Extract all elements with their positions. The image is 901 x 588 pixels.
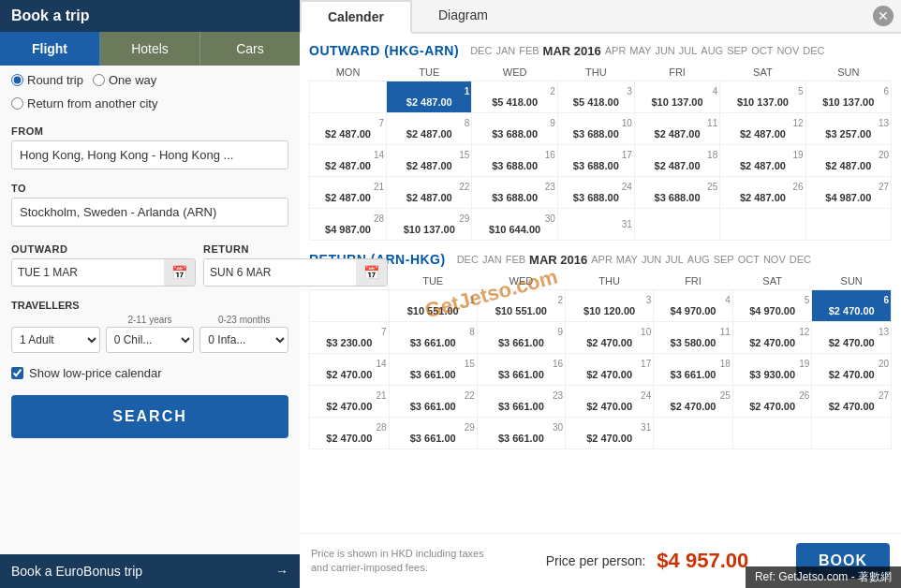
table-row[interactable]: 6$10 137.00 (805, 81, 891, 113)
table-row[interactable]: 26$2 470.00 (732, 386, 812, 418)
table-row[interactable]: 29$10 137.00 (387, 209, 472, 241)
nav-dec2-outward[interactable]: DEC (803, 45, 824, 56)
to-input[interactable] (11, 198, 288, 227)
table-row[interactable]: 30$10 644.00 (472, 209, 557, 241)
nav-dec1-return[interactable]: DEC (457, 254, 479, 265)
table-row[interactable]: 2$5 418.00 (472, 81, 557, 113)
table-row[interactable]: 21$2 470.00 (310, 386, 390, 418)
table-row[interactable]: 17$2 470.00 (566, 354, 654, 386)
table-row[interactable]: 21$2 487.00 (310, 177, 387, 209)
table-row[interactable]: 14$2 487.00 (310, 145, 387, 177)
table-row[interactable]: 4$4 970.00 (654, 290, 733, 322)
nav-may-return[interactable]: MAY (616, 254, 638, 265)
nav-apr-return[interactable]: APR (591, 254, 613, 265)
table-row[interactable]: 13$2 470.00 (812, 322, 892, 354)
table-row[interactable]: 8$2 487.00 (387, 113, 472, 145)
tab-hotels[interactable]: Hotels (100, 32, 200, 66)
table-row[interactable]: 3$5 418.00 (557, 81, 634, 113)
table-row[interactable]: 10$3 688.00 (557, 113, 634, 145)
table-row[interactable]: 12$2 470.00 (732, 322, 812, 354)
nav-dec2-return[interactable]: DEC (790, 254, 811, 265)
table-row[interactable]: 6$2 470.00 (812, 290, 892, 322)
nav-nov-outward[interactable]: NOV (776, 45, 799, 56)
round-trip-option[interactable]: Round trip (11, 73, 83, 87)
table-row[interactable]: 9$3 661.00 (477, 322, 565, 354)
nav-may-outward[interactable]: MAY (629, 45, 651, 56)
table-row[interactable]: 17$3 688.00 (557, 145, 634, 177)
nav-sep-return[interactable]: SEP (714, 254, 734, 265)
table-row[interactable]: 16$3 688.00 (472, 145, 557, 177)
outward-calendar-icon[interactable]: 📅 (164, 259, 195, 286)
search-button[interactable]: SEARCH (11, 395, 288, 438)
table-row[interactable]: 23$3 688.00 (472, 177, 557, 209)
tab-diagram[interactable]: Diagram (412, 0, 514, 34)
nav-oct-outward[interactable]: OCT (751, 45, 773, 56)
table-row[interactable]: 11$3 580.00 (654, 322, 733, 354)
table-row[interactable]: 15$2 487.00 (387, 145, 472, 177)
nav-jan-return[interactable]: JAN (482, 254, 502, 265)
table-row[interactable]: 30$3 661.00 (477, 418, 565, 449)
nav-oct-return[interactable]: OCT (738, 254, 760, 265)
table-row[interactable]: 1$10 551.00 (389, 290, 477, 322)
table-row[interactable]: 15$3 661.00 (389, 354, 477, 386)
outward-date-input[interactable] (12, 259, 164, 286)
table-row[interactable]: 29$3 661.00 (389, 418, 477, 449)
table-row[interactable]: 16$3 661.00 (477, 354, 565, 386)
table-row[interactable]: 26$2 487.00 (720, 177, 805, 209)
table-row[interactable]: 7$3 230.00 (310, 322, 390, 354)
table-row[interactable]: 12$2 487.00 (720, 113, 805, 145)
one-way-option[interactable]: One way (93, 73, 156, 87)
table-row[interactable]: 25$3 688.00 (634, 177, 719, 209)
table-row[interactable]: 14$2 470.00 (310, 354, 390, 386)
nav-jul-return[interactable]: JUL (665, 254, 684, 265)
tab-calendar[interactable]: Calender (300, 0, 412, 34)
table-row[interactable]: 31$2 470.00 (566, 418, 654, 449)
nav-aug-return[interactable]: AUG (687, 254, 710, 265)
table-row[interactable]: 24$3 688.00 (557, 177, 634, 209)
nav-jun-outward[interactable]: JUN (655, 45, 674, 56)
table-row[interactable]: 5$10 137.00 (720, 81, 805, 113)
nav-apr-outward[interactable]: APR (605, 45, 627, 56)
table-row[interactable]: 4$10 137.00 (634, 81, 719, 113)
infants-select[interactable]: 0 Infa... 1 Infant (199, 327, 288, 353)
table-row[interactable]: 27$2 470.00 (812, 386, 892, 418)
table-row[interactable]: 3$10 120.00 (566, 290, 654, 322)
table-row[interactable]: 25$2 470.00 (654, 386, 733, 418)
eurobonus-bar[interactable]: Book a EuroBonus trip → (0, 554, 300, 588)
nav-jun-return[interactable]: JUN (642, 254, 661, 265)
nav-aug-outward[interactable]: AUG (701, 45, 723, 56)
table-row[interactable]: 19$3 930.00 (732, 354, 812, 386)
table-row[interactable]: 24$2 470.00 (566, 386, 654, 418)
low-price-checkbox[interactable] (11, 367, 23, 379)
table-row[interactable]: 10$2 470.00 (566, 322, 654, 354)
table-row[interactable]: 28$2 470.00 (310, 418, 390, 449)
table-row[interactable]: 20$2 470.00 (812, 354, 892, 386)
table-row[interactable]: 27$4 987.00 (805, 177, 891, 209)
table-row[interactable]: 2$10 551.00 (477, 290, 565, 322)
table-row[interactable]: 11$2 487.00 (634, 113, 719, 145)
table-row[interactable]: 22$3 661.00 (389, 386, 477, 418)
nav-feb-return[interactable]: FEB (506, 254, 525, 265)
table-row[interactable]: 9$3 688.00 (472, 113, 557, 145)
return-other-option[interactable]: Return from another city (11, 96, 157, 110)
table-row[interactable]: 7$2 487.00 (310, 113, 387, 145)
table-row[interactable]: 18$3 661.00 (654, 354, 733, 386)
nav-jul-outward[interactable]: JUL (679, 45, 698, 56)
nav-jan-outward[interactable]: JAN (495, 45, 515, 56)
return-date-input[interactable] (204, 259, 356, 286)
tab-flight[interactable]: Flight (0, 32, 100, 66)
table-row[interactable]: 20$2 487.00 (805, 145, 891, 177)
table-row[interactable]: 13$3 257.00 (805, 113, 891, 145)
tab-cars[interactable]: Cars (200, 32, 300, 66)
table-row[interactable]: 19$2 487.00 (720, 145, 805, 177)
close-button[interactable]: ✕ (873, 6, 894, 26)
adults-select[interactable]: 1 Adult 2 Adults (11, 327, 100, 353)
nav-feb-outward[interactable]: FEB (519, 45, 539, 56)
nav-dec1-outward[interactable]: DEC (470, 45, 492, 56)
table-row[interactable]: 8$3 661.00 (389, 322, 477, 354)
table-row[interactable]: 22$2 487.00 (387, 177, 472, 209)
from-input[interactable] (11, 140, 288, 169)
nav-sep-outward[interactable]: SEP (727, 45, 747, 56)
table-row[interactable]: 23$3 661.00 (477, 386, 565, 418)
nav-nov-return[interactable]: NOV (763, 254, 786, 265)
